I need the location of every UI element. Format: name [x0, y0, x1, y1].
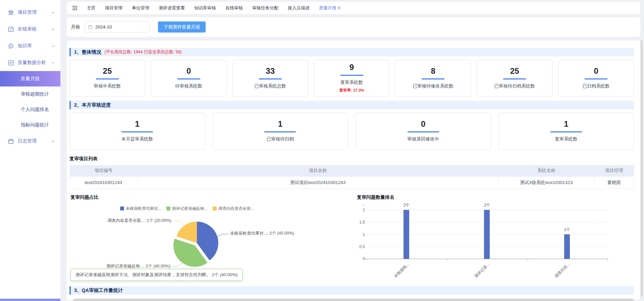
stat-label: 已审核待归档	[267, 136, 294, 142]
section1-note: (平台系统总数: 1944 已提交系统总数: 58)	[105, 49, 182, 55]
stat-card-month-returned: 0 审核退回修改中	[356, 113, 491, 149]
col-project-manager: 项目经理	[594, 165, 634, 176]
chevron-up-icon	[51, 61, 55, 65]
stat-value: 0	[594, 67, 598, 75]
re-review-rate: 复审率: 27.3%	[339, 88, 364, 93]
stat-value: 25	[103, 67, 112, 75]
sidebar-item-knowledge-base[interactable]: 知识库	[0, 38, 60, 54]
month-cards-row: 1 本月提审系统数 1 已审核待归档 0 审核退回修改中 1 复审系统数	[69, 113, 634, 149]
category-tick	[607, 259, 608, 260]
pie-label-blue: 未根据检查结果对...: 2个 (40.00%)	[230, 231, 294, 236]
tab-project-mgmt[interactable]: 项目管理	[105, 5, 122, 11]
stat-underline	[121, 131, 153, 132]
sidebar-item-quality-analysis[interactable]: 质量数据分析	[0, 54, 60, 71]
stat-underline	[259, 78, 282, 79]
sidebar-item-label: 质量数据分析	[18, 60, 46, 66]
tab-access-point[interactable]: 接入点描述	[288, 5, 310, 11]
sidebar-subitem-label: 审核超期统计	[21, 91, 49, 97]
stat-card-to-archive: 25 已审核待归档系统数	[477, 60, 552, 97]
y-axis-arrow: ↑	[362, 202, 365, 207]
pie-slice-yellow[interactable]	[176, 222, 197, 243]
bar-value-label: 2个	[399, 202, 414, 208]
chevron-down-icon	[51, 139, 55, 143]
stat-value: 8	[431, 67, 435, 75]
legend-swatch-blue	[120, 206, 124, 210]
stat-label: 本月提审系统数	[121, 136, 153, 142]
sidebar-subitem-indicator-issue-stats[interactable]: 指标问题统计	[0, 117, 60, 133]
stat-label: 复审系统数	[555, 136, 578, 142]
pie-label-green: 测评记录准确反映...: 2个 (40.00%)	[84, 263, 170, 269]
sidebar-item-project-mgmt[interactable]: 项目管理	[0, 4, 60, 21]
sidebar-subitem-overdue-stats[interactable]: 审核超期统计	[0, 86, 60, 102]
tab-online-review[interactable]: 在线审核	[225, 5, 243, 11]
section2-header: 2、本月审核进度	[69, 101, 634, 109]
sidebar-subitem-label: 质量月报	[21, 76, 40, 82]
sidebar-subitem-personal-issue-ranking[interactable]: 个人问题排名	[0, 102, 60, 117]
calendar-icon	[88, 25, 93, 29]
section2-title: 2、本月审核进度	[74, 102, 111, 108]
stat-label: 审核退回修改中	[407, 136, 439, 142]
sidebar-item-log-mgmt[interactable]: 日志管理	[0, 133, 60, 149]
bar-issue-3[interactable]	[564, 234, 570, 259]
tab-close-icon[interactable]: X	[338, 5, 341, 10]
col-system-name: 系统名称	[498, 165, 594, 176]
stat-card-month-submitted: 1 本月提审系统数	[69, 113, 205, 149]
collapse-menu-icon[interactable]	[72, 6, 77, 10]
y-tick: 0	[357, 256, 365, 261]
vertical-scrollbar[interactable]	[640, 40, 643, 297]
report-toolbar: 月份 2024-10 下载测评质量月报	[67, 17, 640, 37]
horizontal-scrollbar[interactable]	[73, 299, 634, 301]
chart-document-icon	[8, 60, 14, 66]
tab-unit-mgmt[interactable]: 单位管理	[132, 5, 149, 11]
cell-project-id: test202410301243	[70, 176, 138, 189]
stat-card-pending-review: 0 待审核系统数	[151, 60, 227, 97]
stat-label: 已审核待修改系统数	[413, 83, 454, 89]
chevron-down-icon	[51, 27, 55, 31]
review-table-title: 复审项目列表	[69, 156, 634, 162]
stat-label: 复审系统数	[340, 79, 363, 85]
pie-chart-title: 复审问题占比	[70, 194, 323, 200]
stat-label: 已归档系统数	[583, 83, 610, 89]
bar-issue-1[interactable]	[404, 210, 409, 259]
bar-plot-area: 2个 2个 1个	[367, 210, 608, 259]
bar-chart-panel: 复审问题数量排名 ↑ 2 1.5 1 0.5 0	[357, 194, 632, 282]
sidebar-item-label: 知识库	[18, 43, 32, 49]
cell-project-manager: 董晓雨	[594, 176, 634, 189]
month-value: 2024-10	[95, 24, 112, 29]
sidebar-subitem-label: 指标问题统计	[21, 122, 49, 128]
stat-value: 1	[135, 120, 139, 128]
stat-underline	[503, 78, 526, 79]
month-picker-input[interactable]: 2024-10	[85, 21, 150, 33]
stat-label: 已审核系统总数	[254, 83, 286, 89]
stat-card-in-review: 25 审核中系统数	[69, 60, 145, 97]
callout-line-yellow	[174, 221, 184, 226]
category-tick	[367, 259, 367, 260]
cell-system-name: 测试3级系统test10301323	[498, 176, 594, 189]
sidebar-item-label: 项目管理	[18, 9, 37, 15]
main-area: 主页 项目管理 单位管理 测评进度查看 知识库审核 在线审核 审核任务分配 接入…	[61, 0, 644, 301]
sidebar-subitem-quality-monthly-report[interactable]: 质量月报	[0, 71, 60, 86]
overview-cards-row: 25 审核中系统数 0 待审核系统数 33 已审核系统总数 9 复审系统数 复审…	[69, 60, 634, 97]
y-tick: 1.5	[357, 220, 365, 225]
tab-knowledge-review[interactable]: 知识库审核	[194, 5, 216, 11]
stat-underline	[422, 78, 444, 79]
col-project-name: 项目名称	[137, 165, 498, 176]
top-tab-bar: 主页 项目管理 单位管理 测评进度查看 知识库审核 在线审核 审核任务分配 接入…	[67, 2, 640, 14]
sidebar: 项目管理 在线审核 知识库 质量数据分析 质量月报 审核超期统计 个人问题排名 …	[0, 0, 61, 301]
stat-label: 待审核系统数	[175, 83, 202, 89]
download-report-button[interactable]: 下载测评质量月报	[158, 21, 206, 33]
bar-chart-title: 复审问题数量排名	[357, 194, 632, 200]
bar-issue-2[interactable]	[484, 210, 490, 259]
tab-quality-monthly-report-active[interactable]: 质量月报 X	[319, 5, 340, 11]
tab-eval-progress[interactable]: 测评进度查看	[159, 5, 185, 11]
knowledge-icon	[8, 43, 14, 49]
tab-task-assignment[interactable]: 审核任务分配	[252, 5, 278, 11]
section1-header: 1、整体情况 (平台系统总数: 1944 已提交系统总数: 58)	[69, 48, 634, 56]
category-tick	[528, 259, 528, 260]
chevron-down-icon	[51, 11, 55, 14]
stat-value: 0	[186, 67, 191, 75]
tab-home[interactable]: 主页	[87, 5, 96, 11]
cell-project-name: 测试项目test202410301243	[137, 176, 498, 189]
stat-card-reviewed-total: 33 已审核系统总数	[232, 60, 308, 97]
sidebar-item-online-review[interactable]: 在线审核	[0, 21, 60, 38]
